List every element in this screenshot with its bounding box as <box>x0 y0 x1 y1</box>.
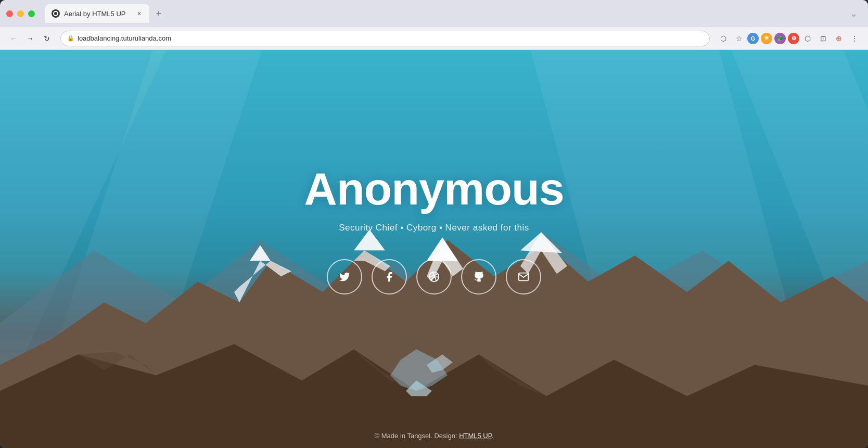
facebook-button[interactable] <box>372 259 407 295</box>
webpage-content: Anonymous Security Chief • Cyborg • Neve… <box>0 50 868 448</box>
forward-button[interactable]: → <box>23 31 37 46</box>
tagline: Security Chief • Cyborg • Never asked fo… <box>339 223 529 233</box>
address-bar[interactable]: 🔒 loadbalancing.tuturulianda.com <box>60 31 710 46</box>
content-overlay: Anonymous Security Chief • Cyborg • Neve… <box>0 50 868 448</box>
close-button[interactable] <box>6 10 13 17</box>
new-tab-button[interactable]: + <box>151 6 166 21</box>
url-text: loadbalancing.tuturulianda.com <box>78 34 171 42</box>
twitter-button[interactable] <box>327 259 362 295</box>
minimize-button[interactable] <box>17 10 24 17</box>
page-footer: © Made in Tangsel. Design: HTML5 UP. <box>0 432 868 440</box>
profile-button-blue[interactable]: G <box>747 33 759 44</box>
browser-window: Aerial by HTML5 UP ✕ + ⌄ ← → ↻ 🔒 loadbal… <box>0 0 868 448</box>
lock-icon: 🔒 <box>67 35 74 42</box>
dribbble-button[interactable] <box>416 259 452 295</box>
footer-link[interactable]: HTML5 UP <box>459 432 492 440</box>
extensions-button[interactable]: ⬡ <box>800 31 815 46</box>
browser-toolbar: ← → ↻ 🔒 loadbalancing.tuturulianda.com ⬡… <box>0 27 868 50</box>
traffic-lights <box>6 10 35 17</box>
star-button[interactable]: ☆ <box>732 31 746 46</box>
tab-favicon <box>52 9 60 18</box>
browser-tab[interactable]: Aerial by HTML5 UP ✕ <box>45 4 149 23</box>
bookmark-button[interactable]: ⬡ <box>716 31 731 46</box>
toolbar-actions: ⬡ ☆ G ☀ 🐲 ⊕ ⬡ ⊡ ⊕ ⋮ <box>716 31 862 46</box>
title-bar: Aerial by HTML5 UP ✕ + ⌄ <box>0 0 868 27</box>
profile-button-orange[interactable]: ☀ <box>761 33 772 44</box>
menu-button[interactable]: ⊕ <box>832 31 846 46</box>
social-icons-row <box>327 259 541 295</box>
page-title: Anonymous <box>304 162 564 215</box>
tab-area: Aerial by HTML5 UP ✕ + <box>45 4 850 23</box>
profile-button-purple[interactable]: 🐲 <box>774 33 786 44</box>
reload-button[interactable]: ↻ <box>40 31 54 46</box>
more-button[interactable]: ⋮ <box>847 31 862 46</box>
tab-close-button[interactable]: ✕ <box>135 9 143 18</box>
email-button[interactable] <box>506 259 541 295</box>
window-controls-right: ⌄ <box>850 8 862 19</box>
back-button[interactable]: ← <box>6 31 21 46</box>
profile-button-red[interactable]: ⊕ <box>788 33 799 44</box>
footer-text: © Made in Tangsel. Design: HTML5 UP. <box>375 432 494 440</box>
sidebar-button[interactable]: ⊡ <box>816 31 831 46</box>
tab-title: Aerial by HTML5 UP <box>64 10 125 18</box>
github-button[interactable] <box>461 259 496 295</box>
fullscreen-button[interactable] <box>28 10 35 17</box>
